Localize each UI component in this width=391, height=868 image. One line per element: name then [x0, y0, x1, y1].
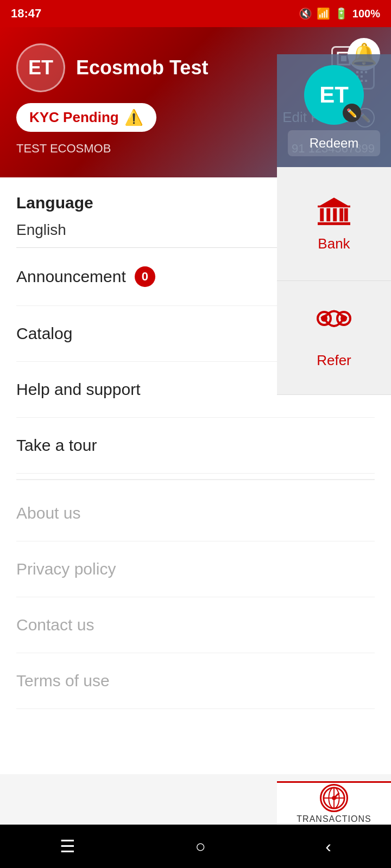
wifi-icon: 📶	[317, 7, 330, 20]
android-back-icon: ‹	[325, 837, 331, 856]
test-name: TEST ECOSMOB	[16, 142, 111, 156]
avatar: ET	[16, 43, 65, 92]
transactions-globe-icon	[321, 785, 346, 811]
bottom-transactions-bar[interactable]: TRANSACTIONS	[277, 781, 391, 825]
warning-icon: ⚠️	[124, 108, 143, 126]
android-nav-bar: ☰ ○ ‹	[0, 825, 391, 868]
catalog-label: Catalog	[16, 324, 72, 343]
svg-rect-18	[339, 208, 343, 221]
tour-label: Take a tour	[16, 436, 97, 455]
right-avatar-edit-icon[interactable]: ✏️	[343, 104, 361, 122]
refer-card[interactable]: Refer	[277, 281, 391, 395]
svg-rect-20	[318, 222, 350, 225]
time-display: 18:47	[11, 7, 41, 21]
menu-item-tour[interactable]: Take a tour	[16, 418, 375, 474]
bank-card[interactable]: Bank	[277, 167, 391, 281]
bank-label: Bank	[318, 235, 350, 252]
android-menu-button[interactable]: ☰	[60, 836, 75, 857]
right-cards: Bank Refer	[277, 167, 391, 395]
battery-percent: 100%	[352, 8, 380, 20]
terms-label: Terms of use	[16, 672, 110, 690]
announcement-badge: 0	[135, 266, 155, 287]
svg-rect-17	[333, 208, 337, 221]
selected-language: English	[16, 221, 66, 239]
android-home-button[interactable]: ○	[195, 837, 205, 857]
battery-icon: 🔋	[335, 7, 348, 20]
redeem-button[interactable]: Redeem	[288, 130, 380, 156]
status-icons: 🔇 📶 🔋 100%	[299, 7, 380, 20]
announcement-row: Announcement 0	[16, 266, 155, 287]
svg-rect-16	[326, 208, 330, 221]
contact-label: Contact us	[16, 616, 94, 634]
bank-icon	[315, 195, 353, 228]
menu-item-terms[interactable]: Terms of use	[16, 653, 375, 709]
android-menu-icon: ☰	[60, 837, 75, 856]
mute-icon: 🔇	[299, 7, 312, 20]
refer-label: Refer	[317, 352, 351, 369]
menu-item-contact[interactable]: Contact us	[16, 597, 375, 653]
profile-header: 🔔 ET Ecosmob Test	[0, 27, 391, 177]
svg-marker-14	[318, 197, 350, 207]
refer-icon	[312, 307, 356, 344]
android-home-icon: ○	[195, 837, 205, 856]
kyc-label: KYC Pending	[29, 109, 119, 126]
right-panel: ET ✏️ Redeem Bank	[277, 54, 391, 395]
right-avatar: ET ✏️	[304, 65, 364, 125]
announcement-label: Announcement	[16, 267, 126, 286]
section-divider	[16, 479, 375, 480]
profile-name: Ecosmob Test	[76, 56, 208, 79]
svg-rect-19	[344, 208, 348, 221]
svg-rect-15	[320, 208, 324, 221]
android-back-button[interactable]: ‹	[325, 837, 331, 857]
kyc-status-badge[interactable]: KYC Pending ⚠️	[16, 103, 156, 132]
svg-rect-21	[318, 206, 350, 207]
transactions-button[interactable]: TRANSACTIONS	[297, 784, 371, 824]
footer-menu-section: About us Privacy policy Contact us Terms…	[0, 486, 391, 709]
transactions-icon	[320, 784, 348, 812]
about-label: About us	[16, 504, 80, 522]
help-label: Help and support	[16, 380, 141, 399]
menu-item-privacy[interactable]: Privacy policy	[16, 541, 375, 597]
transactions-label: TRANSACTIONS	[297, 814, 371, 824]
menu-item-about[interactable]: About us	[16, 486, 375, 541]
status-bar: 18:47 🔇 📶 🔋 100%	[0, 0, 391, 27]
right-avatar-section: ET ✏️ Redeem	[277, 54, 391, 167]
privacy-label: Privacy policy	[16, 560, 116, 578]
